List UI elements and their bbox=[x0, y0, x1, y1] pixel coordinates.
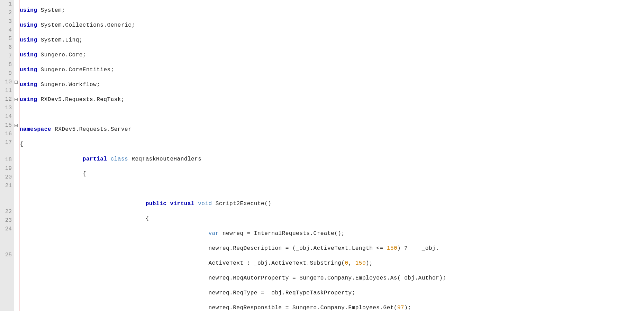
code-line bbox=[19, 185, 644, 193]
code-line: using Sungero.Core; bbox=[19, 51, 644, 60]
line-number: 11 bbox=[0, 86, 12, 95]
code-line: newreq.ReqResponsible = Sungero.Company.… bbox=[19, 304, 644, 311]
code-line: using Sungero.CoreEntities; bbox=[19, 66, 644, 74]
line-number: 24 bbox=[0, 225, 12, 251]
fold-toggle-icon[interactable] bbox=[15, 98, 18, 101]
code-line: namespace RXDev5.Requests.Server bbox=[19, 125, 644, 134]
code-line: ActiveText : _obj.ActiveText.Substring(0… bbox=[19, 259, 644, 268]
line-number: 19 bbox=[0, 164, 12, 173]
fold-toggle-icon[interactable] bbox=[15, 124, 18, 127]
line-number: 16 bbox=[0, 130, 12, 138]
fold-column bbox=[14, 0, 19, 311]
line-number: 12 bbox=[0, 95, 12, 104]
line-number: 15 bbox=[0, 121, 12, 130]
line-number: 21 bbox=[0, 182, 12, 208]
code-line: { bbox=[19, 170, 644, 179]
line-number: 18 bbox=[0, 156, 12, 164]
line-number: 9 bbox=[0, 69, 12, 78]
code-line: using System.Collections.Generic; bbox=[19, 21, 644, 30]
code-line: newreq.ReqDescription = (_obj.ActiveText… bbox=[19, 244, 644, 253]
line-number: 20 bbox=[0, 173, 12, 182]
line-number: 8 bbox=[0, 61, 12, 69]
code-line: using System; bbox=[19, 6, 644, 15]
line-number: 13 bbox=[0, 104, 12, 112]
line-number: 4 bbox=[0, 26, 12, 35]
line-number: 7 bbox=[0, 52, 12, 61]
code-line: using Sungero.Workflow; bbox=[19, 81, 644, 89]
code-line: newreq.ReqAutorProperty = Sungero.Compan… bbox=[19, 274, 644, 283]
code-line: var newreq = InternalRequests.Create(); bbox=[19, 229, 644, 238]
line-number: 3 bbox=[0, 17, 12, 26]
code-line: partial class ReqTaskRouteHandlers bbox=[19, 155, 644, 164]
line-number: 25 bbox=[0, 251, 12, 259]
line-number: 1 bbox=[0, 0, 12, 9]
code-line bbox=[19, 110, 644, 119]
line-number: 14 bbox=[0, 112, 12, 121]
code-line: { bbox=[19, 214, 644, 223]
line-number: 23 bbox=[0, 216, 12, 225]
line-number: 22 bbox=[0, 208, 12, 216]
code-line: using System.Linq; bbox=[19, 36, 644, 45]
line-number: 17 bbox=[0, 138, 12, 156]
code-editor[interactable]: using System; using System.Collections.G… bbox=[19, 0, 644, 311]
code-line: { bbox=[19, 140, 644, 149]
line-number: 6 bbox=[0, 43, 12, 52]
line-number: 5 bbox=[0, 35, 12, 43]
line-number: 2 bbox=[0, 9, 12, 17]
code-line: using RXDev5.Requests.ReqTask; bbox=[19, 95, 644, 104]
line-number: 10 bbox=[0, 78, 12, 86]
code-line: newreq.ReqType = _obj.ReqTypeTaskPropert… bbox=[19, 289, 644, 298]
code-line: public virtual void Script2Execute() bbox=[19, 200, 644, 208]
fold-toggle-icon[interactable] bbox=[15, 81, 18, 84]
line-number-gutter: 1 2 3 4 5 6 7 8 9 10 11 12 13 14 15 16 1… bbox=[0, 0, 14, 311]
